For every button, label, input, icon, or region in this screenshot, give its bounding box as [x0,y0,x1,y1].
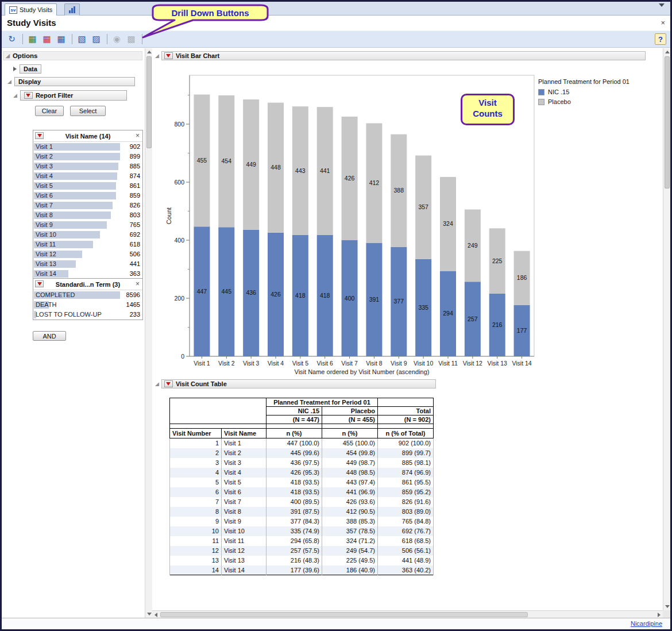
filter-item[interactable]: Visit 9765 [33,220,142,230]
tab-study-visits[interactable]: sv Study Visits [5,3,57,16]
profile-subjects-icon[interactable]: ▧ [75,33,88,46]
x-tick-label[interactable]: Visit 2 [218,360,235,367]
clear-button[interactable]: Clear [35,106,64,116]
x-tick-label[interactable]: Visit 8 [366,360,383,367]
callout-text: Drill Down Buttons [172,8,249,18]
red-triangle-menu-button[interactable] [35,280,44,287]
report-filter-group[interactable]: ◢ Report Filter [13,90,127,101]
filter-item[interactable]: Visit 7826 [33,201,142,210]
red-triangle-menu-button[interactable] [35,132,44,139]
subset-table-icon[interactable]: ▦ [40,33,53,46]
filter-close-icon[interactable]: × [136,132,140,140]
bar-value-label: 400 [345,295,355,302]
table-row[interactable]: 14Visit 14177 (39.6)186 (40.9)363 (40.2) [170,565,434,575]
x-tick-label[interactable]: Visit 3 [243,360,260,367]
scrollbar-thumb[interactable] [146,56,152,148]
table-cell: Visit 9 [222,517,267,526]
x-tick-label[interactable]: Visit 11 [438,360,458,367]
journal-report-icon[interactable]: ▦ [55,33,68,46]
scrollbar-thumb[interactable] [665,56,670,188]
x-tick-label[interactable]: Visit 5 [292,360,309,367]
table-row[interactable]: 2Visit 2445 (99.6)454 (99.8)899 (99.7) [170,448,434,458]
filter-item[interactable]: Visit 2899 [33,152,142,161]
sidebar-group-data[interactable]: Data [13,64,41,74]
rerun-report-icon[interactable]: ↻ [5,33,18,46]
x-tick-label[interactable]: Visit 4 [268,360,284,367]
filter-item[interactable]: Visit 6859 [33,191,142,201]
filter-item[interactable]: LOST TO FOLLOW-UP233 [33,310,142,320]
sidebar-scrollbar[interactable] [145,48,152,618]
x-tick-label[interactable]: Visit 7 [341,360,358,367]
table-cell: 426 (93.6) [322,497,378,507]
table-row[interactable]: 1Visit 1447 (100.0)455 (100.0)902 (100.0… [170,438,434,448]
scroll-down-icon[interactable] [663,603,671,610]
filter-item[interactable]: Visit 12506 [33,249,142,259]
filter-item-label: Visit 14 [36,270,56,277]
table-row[interactable]: 3Visit 3436 (97.5)449 (98.7)885 (98.1) [170,458,434,468]
collapse-triangle-icon[interactable]: ◢ [155,382,159,387]
filter-item[interactable]: Visit 1902 [33,142,142,152]
table-row[interactable]: 13Visit 13216 (48.3)225 (49.5)441 (48.9) [170,556,434,565]
expand-triangle-icon[interactable] [13,67,17,71]
x-tick-label[interactable]: Visit 6 [317,360,334,367]
legend-item[interactable]: NIC .15 [538,89,629,95]
study-link[interactable]: Nicardipine [631,620,662,627]
open-data-table-icon[interactable]: ▦ [26,33,39,46]
filter-item[interactable]: Visit 4874 [33,171,142,181]
table-row[interactable]: 5Visit 5418 (93.5)443 (97.4)861 (95.5) [170,478,434,487]
legend-item[interactable]: Placebo [538,98,629,105]
table-row[interactable]: 8Visit 8391 (87.5)412 (90.5)803 (89.0) [170,507,434,517]
x-tick-label[interactable]: Visit 1 [194,360,210,367]
tab-menu-arrow-icon[interactable] [659,7,665,14]
close-icon[interactable]: × [661,19,665,26]
scroll-up-icon[interactable] [663,48,671,56]
select-button[interactable]: Select [70,106,106,116]
show-subjects-icon[interactable]: ▨ [90,33,103,46]
filter-item[interactable]: Visit 3885 [33,161,142,171]
x-tick-label[interactable]: Visit 14 [512,360,531,367]
red-triangle-menu-button[interactable] [24,92,33,99]
and-button[interactable]: AND [33,331,66,341]
filter-item[interactable]: Visit 13441 [33,259,142,269]
x-tick-label[interactable]: Visit 9 [391,360,407,367]
bar-value-label: 294 [443,310,453,317]
help-button[interactable]: ? [655,33,666,45]
table-row[interactable]: 9Visit 9377 (84.3)388 (85.3)765 (84.8) [170,517,434,526]
table-row[interactable]: 6Visit 6418 (93.5)441 (96.9)859 (95.2) [170,487,434,497]
n-header: (N = 902) [378,415,434,424]
collapse-triangle-icon[interactable]: ◢ [7,79,11,84]
table-row[interactable]: 11Visit 11294 (65.8)324 (71.2)618 (68.5) [170,536,434,546]
filter-item[interactable]: Visit 5861 [33,181,142,191]
table-row[interactable]: 12Visit 12257 (57.5)249 (54.7)506 (56.1) [170,546,434,556]
table-row[interactable]: 4Visit 4426 (95.3)448 (98.5)874 (96.9) [170,468,434,478]
filter-close-icon[interactable]: × [136,280,140,288]
collapse-triangle-icon[interactable]: ◢ [13,93,17,98]
filter-item-count: 441 [130,260,140,267]
filter-item-label: Visit 1 [36,143,53,150]
table-row[interactable]: 10Visit 10335 (74.9)357 (78.5)692 (76.7) [170,526,434,536]
collapse-triangle-icon[interactable]: ◢ [155,53,159,59]
red-triangle-menu-button[interactable] [164,52,173,59]
x-tick-label[interactable]: Visit 12 [463,360,482,367]
filter-item[interactable]: Visit 11618 [33,240,142,249]
content-area: ◢ Options Data ◢ Display ◢ Report Filter… [2,48,670,618]
scrollbar-thumb[interactable] [160,612,528,617]
x-tick-label[interactable]: Visit 13 [488,360,507,367]
filter-item[interactable]: DEATH1465 [33,300,142,310]
filter-item[interactable]: COMPLETED8596 [33,290,142,300]
collapse-triangle-icon[interactable]: ◢ [6,53,10,59]
filter-item[interactable]: Visit 8803 [33,210,142,220]
tab-chart[interactable] [64,3,80,16]
filter-item[interactable]: Visit 10692 [33,230,142,240]
filter-item-label: Visit 7 [36,202,53,209]
x-tick-label[interactable]: Visit 10 [414,360,433,367]
filter-item-count: 902 [130,143,140,150]
main-horizontal-scrollbar[interactable] [152,610,663,618]
table-row[interactable]: 7Visit 7400 (89.5)426 (93.6)826 (91.6) [170,497,434,507]
sidebar-group-display[interactable]: ◢ Display [7,77,135,86]
red-triangle-menu-button[interactable] [164,380,173,387]
display-group-label[interactable]: Display [14,77,135,86]
filter-item[interactable]: Visit 14363 [33,269,142,279]
main-vertical-scrollbar[interactable] [663,48,670,610]
data-group-label[interactable]: Data [20,64,41,74]
